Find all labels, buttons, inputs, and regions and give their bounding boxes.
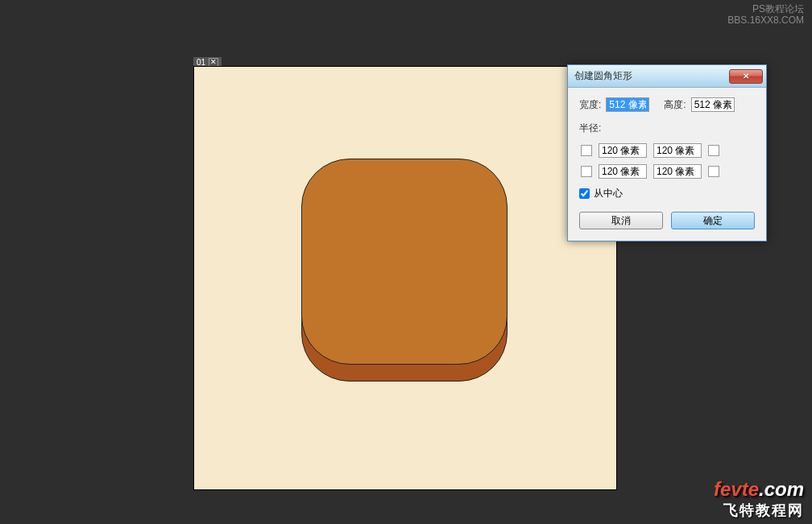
watermark-line2: BBS.16XX8.COM [727, 14, 804, 26]
brand-part2: .com [759, 478, 804, 500]
brand-subtitle: 飞特教程网 [714, 501, 804, 520]
close-button[interactable]: ✕ [729, 69, 763, 84]
close-icon: ✕ [743, 72, 749, 80]
dialog-body: 宽度: 高度: 半径: 从中心 取消 确定 [568, 88, 766, 241]
from-center-row: 从中心 [579, 187, 755, 200]
watermark-top: PS教程论坛 BBS.16XX8.COM [727, 3, 804, 27]
radius-bottom-right-input[interactable] [653, 164, 702, 179]
radius-top-right-input[interactable] [653, 143, 702, 158]
ok-button[interactable]: 确定 [671, 212, 755, 229]
height-input[interactable] [691, 97, 735, 112]
cancel-button[interactable]: 取消 [579, 212, 663, 229]
height-label: 高度: [664, 98, 686, 112]
radius-bottom-row [579, 164, 755, 179]
dialog-title: 创建圆角矩形 [574, 69, 632, 83]
from-center-label: 从中心 [594, 187, 623, 200]
radius-top-row [579, 143, 755, 158]
link-corners-left-icon[interactable] [581, 166, 592, 177]
dimensions-row: 宽度: 高度: [579, 97, 755, 112]
watermark-bottom: fevte.com 飞特教程网 [714, 478, 804, 520]
brand-part1: fevte [714, 478, 759, 500]
link-corners-right-icon[interactable] [708, 145, 719, 156]
dialog-titlebar[interactable]: 创建圆角矩形 ✕ [568, 65, 766, 88]
width-label: 宽度: [579, 98, 601, 112]
link-corners-left-icon[interactable] [581, 145, 592, 156]
width-input[interactable] [606, 97, 649, 112]
brand-logo: fevte.com [714, 478, 804, 501]
radius-section-label: 半径: [579, 122, 755, 135]
create-rounded-rectangle-dialog: 创建圆角矩形 ✕ 宽度: 高度: 半径: 从中心 [567, 64, 767, 241]
radius-top-left-input[interactable] [599, 143, 647, 158]
canvas-artboard[interactable] [193, 66, 617, 490]
dialog-buttons: 取消 确定 [579, 212, 755, 229]
from-center-checkbox[interactable] [579, 188, 590, 199]
watermark-line1: PS教程论坛 [727, 3, 804, 14]
rounded-rect-shape[interactable] [301, 159, 508, 365]
link-corners-right-icon[interactable] [708, 166, 719, 177]
radius-bottom-left-input[interactable] [599, 164, 647, 179]
